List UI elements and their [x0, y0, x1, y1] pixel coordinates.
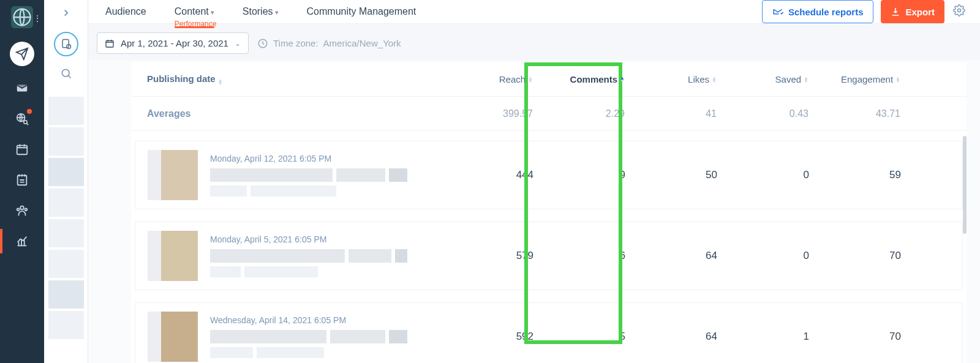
inbox-icon[interactable]	[13, 80, 31, 97]
cell-comments: 6	[533, 250, 625, 262]
col-label: Likes	[688, 74, 709, 84]
svg-rect-12	[106, 40, 113, 47]
table-body: Monday, April 12, 2021 6:05 PM 444 9 50 …	[131, 131, 967, 363]
tab-content[interactable]: Content▾ Performance	[175, 2, 214, 21]
cell-engagement: 59	[809, 169, 901, 181]
col-label: Engagement	[841, 74, 893, 84]
cell-likes: 50	[625, 169, 717, 181]
tab-community[interactable]: Community Management	[307, 2, 417, 21]
post-date: Wednesday, April 14, 2021 6:05 PM	[210, 315, 442, 325]
svg-rect-3	[17, 146, 28, 155]
avg-likes: 41	[625, 108, 717, 119]
notes-icon[interactable]	[13, 171, 31, 189]
col-label: Publishing date	[147, 73, 216, 84]
calendar-icon[interactable]	[13, 141, 31, 158]
chevron-right-icon[interactable]	[61, 7, 72, 21]
analytics-icon[interactable]	[13, 233, 31, 250]
col-saved[interactable]: Saved▲▼	[717, 74, 809, 84]
svg-point-2	[24, 121, 28, 124]
svg-point-11	[958, 9, 961, 12]
avg-comments: 2.29	[533, 108, 625, 119]
main-panel: Audience Content▾ Performance Stories▾ C…	[88, 0, 980, 363]
table-row[interactable]: Wednesday, April 14, 2021 6:05 PM 592 5 …	[135, 302, 963, 363]
col-label: Comments	[570, 74, 618, 84]
avg-engagement: 43.71	[809, 108, 900, 119]
cell-engagement: 70	[809, 250, 901, 262]
svg-point-7	[25, 208, 28, 211]
col-comments[interactable]: Comments▲▼	[533, 74, 625, 84]
sort-icon: ▲▼	[528, 77, 533, 83]
tz-label: Time zone:	[273, 38, 318, 48]
people-icon[interactable]	[13, 202, 31, 219]
table-row[interactable]: Monday, April 12, 2021 6:05 PM 444 9 50 …	[135, 141, 963, 209]
notification-dot-icon	[27, 109, 32, 114]
search-icon[interactable]	[60, 67, 72, 82]
gear-icon[interactable]	[953, 4, 965, 19]
date-range-picker[interactable]: Apr 1, 2021 - Apr 30, 2021 ⌄	[97, 32, 249, 54]
chevron-down-icon: ▾	[211, 9, 214, 16]
cell-reach: 592	[442, 331, 533, 343]
tab-label: Content	[175, 6, 209, 17]
post-meta: Wednesday, April 14, 2021 6:05 PM	[210, 315, 442, 358]
sort-icon: ▲▼	[804, 77, 809, 83]
table-row[interactable]: Monday, April 5, 2021 6:05 PM 579 6 64 0…	[135, 222, 963, 290]
post-thumbnail	[148, 150, 198, 200]
cell-saved: 0	[717, 250, 809, 262]
cell-likes: 64	[625, 331, 717, 343]
post-meta: Monday, April 5, 2021 6:05 PM	[210, 234, 442, 277]
send-icon[interactable]	[10, 42, 34, 66]
sort-icon: ▲▼	[895, 77, 900, 83]
cell-engagement: 70	[809, 331, 901, 343]
post-date: Monday, April 12, 2021 6:05 PM	[210, 154, 442, 163]
top-bar: Audience Content▾ Performance Stories▾ C…	[88, 0, 980, 24]
col-publishing-date[interactable]: Publishing date ▲▼	[147, 73, 441, 85]
svg-point-5	[20, 206, 24, 210]
cell-saved: 1	[717, 331, 809, 343]
post-thumbnail	[148, 312, 198, 362]
col-reach[interactable]: Reach▲▼	[441, 74, 533, 84]
schedule-reports-button[interactable]: Schedule reports	[762, 0, 874, 23]
button-label: Export	[905, 7, 935, 17]
tz-value: America/New_York	[323, 38, 401, 48]
more-dots-icon[interactable]: ⋮	[33, 13, 42, 23]
tab-label: Community Management	[307, 6, 417, 17]
tab-label: Stories	[243, 6, 273, 17]
clock-icon	[257, 38, 268, 49]
avg-reach: 399.57	[441, 108, 533, 119]
tab-label: Audience	[105, 6, 146, 17]
col-engagement[interactable]: Engagement▲▼	[809, 74, 900, 84]
sort-icon: ▲▼	[620, 77, 625, 83]
cell-reach: 444	[442, 169, 533, 181]
post-date: Monday, April 5, 2021 6:05 PM	[210, 234, 442, 244]
svg-point-10	[62, 69, 69, 77]
world-search-icon[interactable]	[13, 110, 31, 127]
sort-icon: ▲▼	[218, 79, 223, 85]
col-likes[interactable]: Likes▲▼	[625, 74, 717, 84]
button-label: Schedule reports	[788, 7, 864, 17]
col-label: Reach	[499, 74, 526, 84]
scrollbar[interactable]	[963, 136, 967, 234]
tab-audience[interactable]: Audience	[105, 2, 146, 21]
download-icon	[891, 7, 900, 17]
mail-check-icon	[772, 6, 783, 17]
cell-comments: 9	[533, 169, 625, 181]
post-meta: Monday, April 12, 2021 6:05 PM	[210, 154, 442, 196]
cell-comments: 5	[533, 331, 625, 343]
chevron-down-icon: ⌄	[235, 39, 241, 48]
sort-icon: ▲▼	[712, 77, 717, 83]
cell-saved: 0	[717, 169, 809, 181]
tab-stories[interactable]: Stories▾	[243, 2, 279, 21]
profile-circle-button[interactable]	[54, 32, 78, 56]
sub-rail	[44, 0, 88, 363]
post-thumbnail	[148, 231, 198, 281]
export-button[interactable]: Export	[881, 0, 944, 23]
cell-likes: 64	[625, 250, 717, 262]
nav-rail: ⋮	[0, 0, 44, 363]
toolbar: Apr 1, 2021 - Apr 30, 2021 ⌄ Time zone: …	[88, 24, 980, 60]
performance-table: Publishing date ▲▼ Reach▲▼ Comments▲▼ Li…	[131, 62, 967, 363]
averages-row: Averages 399.57 2.29 41 0.43 43.71	[131, 97, 967, 131]
app-logo[interactable]	[11, 6, 33, 28]
averages-label: Averages	[147, 108, 441, 119]
tabs: Audience Content▾ Performance Stories▾ C…	[105, 2, 416, 21]
svg-rect-8	[62, 40, 69, 48]
